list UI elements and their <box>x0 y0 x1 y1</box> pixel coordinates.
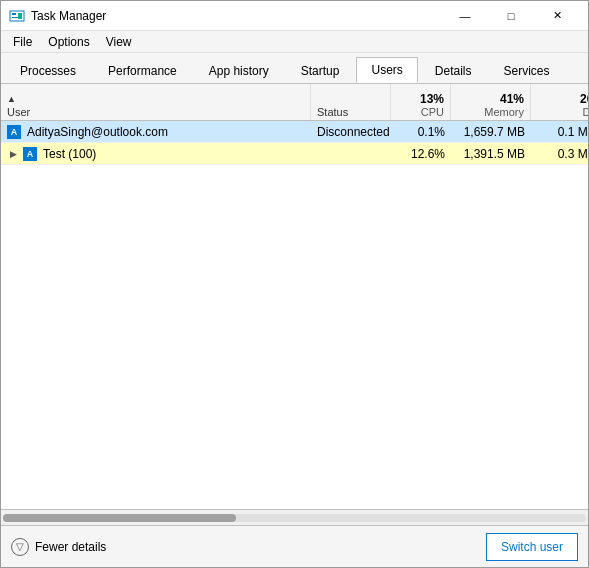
menu-view[interactable]: View <box>98 31 140 53</box>
app-icon <box>9 8 25 24</box>
switch-user-button[interactable]: Switch user <box>486 533 578 561</box>
col-percent-cpu: 13% <box>420 92 444 106</box>
col-percent-memory: 41% <box>500 92 524 106</box>
maximize-button[interactable]: □ <box>488 1 534 31</box>
col-label-cpu: CPU <box>421 106 444 118</box>
table-row[interactable]: ▶ A Test (100) 12.6% 1,391.5 MB 0.3 MB/s… <box>1 143 588 165</box>
col-header-memory[interactable]: 41% Memory <box>451 84 531 120</box>
menu-options[interactable]: Options <box>40 31 97 53</box>
cell-user-2: ▶ A Test (100) <box>1 143 311 165</box>
footer: ▽ Fewer details Switch user <box>1 525 588 567</box>
title-controls: — □ ✕ <box>442 1 580 31</box>
cell-status-2 <box>311 143 391 165</box>
avatar-1: A <box>7 125 21 139</box>
col-header-cpu[interactable]: 13% CPU <box>391 84 451 120</box>
fewer-details-label: Fewer details <box>35 540 106 554</box>
cell-disk-2: 0.3 MB/s <box>531 143 588 165</box>
tab-users[interactable]: Users <box>356 57 417 83</box>
table-header: ▲ User Status 13% CPU 41% Memory 26% Dis… <box>1 84 588 121</box>
username-2: Test (100) <box>43 147 96 161</box>
col-label-user: User <box>7 106 30 118</box>
minimize-button[interactable]: — <box>442 1 488 31</box>
col-header-user[interactable]: ▲ User <box>1 84 311 120</box>
tab-app-history[interactable]: App history <box>194 57 284 83</box>
svg-rect-1 <box>12 13 16 15</box>
col-label-disk: Disk <box>583 106 588 118</box>
expand-icon: ▶ <box>7 148 19 160</box>
col-label-memory: Memory <box>484 106 524 118</box>
table-row[interactable]: A AdityaSingh@outlook.com Disconnected 0… <box>1 121 588 143</box>
col-percent-disk: 26% <box>580 92 588 106</box>
cell-memory-1: 1,659.7 MB <box>451 121 531 143</box>
close-button[interactable]: ✕ <box>534 1 580 31</box>
fewer-details-button[interactable]: ▽ Fewer details <box>11 538 106 556</box>
users-table: ▲ User Status 13% CPU 41% Memory 26% Dis… <box>1 84 588 509</box>
tab-processes[interactable]: Processes <box>5 57 91 83</box>
fewer-details-icon: ▽ <box>11 538 29 556</box>
col-header-status[interactable]: Status <box>311 84 391 120</box>
empty-table-area <box>1 165 588 509</box>
tab-performance[interactable]: Performance <box>93 57 192 83</box>
svg-rect-3 <box>18 13 22 19</box>
username-1: AdityaSingh@outlook.com <box>27 125 168 139</box>
title-text: Task Manager <box>31 9 106 23</box>
title-bar-left: Task Manager <box>9 8 106 24</box>
cell-cpu-1: 0.1% <box>391 121 451 143</box>
cell-status-1: Disconnected <box>311 121 391 143</box>
tab-details[interactable]: Details <box>420 57 487 83</box>
cell-cpu-2: 12.6% <box>391 143 451 165</box>
col-label-status: Status <box>317 106 348 118</box>
cell-disk-1: 0.1 MB/s <box>531 121 588 143</box>
avatar-2: A <box>23 147 37 161</box>
horizontal-scrollbar[interactable] <box>1 509 588 525</box>
title-bar: Task Manager — □ ✕ <box>1 1 588 31</box>
tabs-bar: Processes Performance App history Startu… <box>1 53 588 84</box>
cell-memory-2: 1,391.5 MB <box>451 143 531 165</box>
menu-bar: File Options View <box>1 31 588 53</box>
task-manager-window: Task Manager — □ ✕ File Options View Pro… <box>0 0 589 568</box>
scrollbar-track <box>3 514 586 522</box>
col-header-disk[interactable]: 26% Disk <box>531 84 588 120</box>
cell-user-1: A AdityaSingh@outlook.com <box>1 121 311 143</box>
svg-rect-2 <box>12 17 18 18</box>
tab-services[interactable]: Services <box>489 57 565 83</box>
scrollbar-thumb[interactable] <box>3 514 236 522</box>
content-area: ▲ User Status 13% CPU 41% Memory 26% Dis… <box>1 84 588 525</box>
sort-arrow-up: ▲ <box>7 94 16 104</box>
tab-startup[interactable]: Startup <box>286 57 355 83</box>
menu-file[interactable]: File <box>5 31 40 53</box>
